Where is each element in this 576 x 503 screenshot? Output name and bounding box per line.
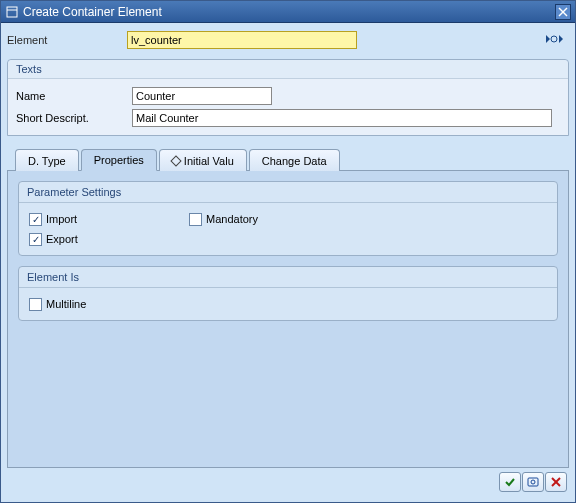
export-checkbox[interactable]: ✓: [29, 233, 42, 246]
element-label: Element: [7, 34, 127, 46]
svg-marker-6: [559, 35, 563, 43]
shortdesc-label: Short Descript.: [16, 112, 132, 124]
svg-marker-4: [546, 35, 550, 43]
import-checkbox[interactable]: ✓: [29, 213, 42, 226]
dialog-icon: [5, 5, 19, 19]
shortdesc-input[interactable]: [132, 109, 552, 127]
dialog-title: Create Container Element: [23, 5, 555, 19]
parameter-settings-header: Parameter Settings: [19, 182, 557, 203]
mandatory-checkbox[interactable]: [189, 213, 202, 226]
tabstrip: D. Type Properties Initial Valu Change D…: [7, 148, 569, 171]
tab-changedata-label: Change Data: [262, 155, 327, 167]
svg-point-5: [551, 36, 557, 42]
name-row: Name: [16, 85, 560, 107]
element-input[interactable]: [127, 31, 357, 49]
export-row: ✓ Export: [29, 229, 547, 249]
import-label: Import: [46, 213, 77, 225]
tab-properties-label: Properties: [94, 154, 144, 166]
spacer: [18, 331, 558, 457]
tabpanel-properties: Parameter Settings ✓ Import Mandatory: [7, 171, 569, 468]
shortdesc-row: Short Descript.: [16, 107, 560, 129]
export-label: Export: [46, 233, 78, 245]
dialog-window: Create Container Element Element Texts N…: [0, 0, 576, 503]
tab-initial[interactable]: Initial Valu: [159, 149, 247, 171]
element-row: Element: [7, 29, 569, 51]
close-icon[interactable]: [555, 4, 571, 20]
buttonbar: [7, 468, 569, 496]
texts-header: Texts: [8, 60, 568, 79]
name-label: Name: [16, 90, 132, 102]
multiline-row: Multiline: [29, 294, 547, 314]
element-is-group: Element Is Multiline: [18, 266, 558, 321]
ok-button[interactable]: [499, 472, 521, 492]
nav-next-icon[interactable]: [541, 32, 569, 48]
tab-properties[interactable]: Properties: [81, 149, 157, 171]
name-input[interactable]: [132, 87, 272, 105]
tab-initial-label: Initial Valu: [184, 155, 234, 167]
multiline-checkbox[interactable]: [29, 298, 42, 311]
check-button[interactable]: [522, 472, 544, 492]
tab-dtype-label: D. Type: [28, 155, 66, 167]
dialog-content: Element Texts Name Short Descript. D. Ty…: [1, 23, 575, 502]
tab-changedata[interactable]: Change Data: [249, 149, 340, 171]
texts-group: Texts Name Short Descript.: [7, 59, 569, 136]
svg-point-8: [531, 480, 535, 484]
mandatory-label: Mandatory: [206, 213, 258, 225]
diamond-icon: [170, 155, 181, 166]
svg-rect-7: [528, 478, 538, 486]
titlebar: Create Container Element: [1, 1, 575, 23]
multiline-label: Multiline: [46, 298, 86, 310]
svg-rect-0: [7, 7, 17, 17]
element-is-header: Element Is: [19, 267, 557, 288]
import-mandatory-row: ✓ Import Mandatory: [29, 209, 547, 229]
cancel-button[interactable]: [545, 472, 567, 492]
tab-dtype[interactable]: D. Type: [15, 149, 79, 171]
parameter-settings-group: Parameter Settings ✓ Import Mandatory: [18, 181, 558, 256]
